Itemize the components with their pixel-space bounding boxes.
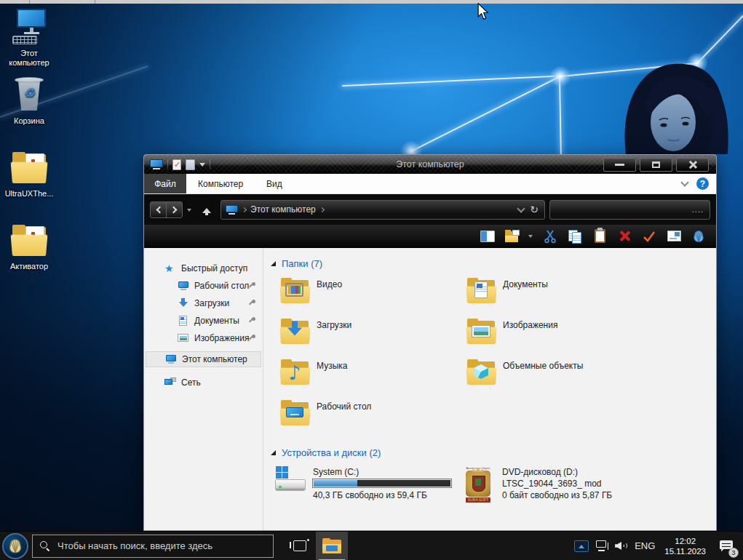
network-tray-icon[interactable] (595, 540, 608, 551)
folder-tile-music[interactable]: ♪ Музыка (279, 357, 466, 398)
new-item-chevron-icon[interactable] (528, 235, 533, 240)
sidebar-item-label: Рабочий стол (194, 281, 249, 291)
sidebar-item-downloads[interactable]: Загрузки (144, 295, 263, 312)
task-view-icon (293, 540, 306, 551)
delete-button[interactable] (616, 228, 633, 244)
menu-computer[interactable]: Компьютер (186, 174, 255, 193)
folder-tile-label: Изображения (503, 318, 557, 330)
ribbon-menu-bar: Файл Компьютер Вид ? (144, 174, 716, 194)
taskbar-explorer-button[interactable] (316, 532, 348, 560)
folder-tile-label: Объемные объекты (503, 359, 583, 371)
desktop-icon-recycle-bin[interactable]: ♻ Корзина (1, 75, 57, 126)
address-bar[interactable]: Этот компьютер ↻ (220, 200, 545, 220)
checkmark-icon (642, 230, 656, 243)
maximize-button[interactable] (640, 158, 672, 172)
recent-locations-chevron-icon[interactable] (187, 209, 191, 214)
close-button[interactable] (676, 158, 709, 172)
dvd-emblem-icon: Авторская сборка SURA SOFT (461, 466, 495, 505)
desktop-icon-label: Активатор (1, 262, 57, 271)
qat-customize-chevron-icon[interactable] (199, 163, 205, 169)
breadcrumb-chevron-icon[interactable] (242, 207, 247, 212)
show-hidden-icons-button[interactable] (574, 540, 589, 552)
breadcrumb-location[interactable]: Этот компьютер (250, 204, 316, 215)
volume-tray-icon[interactable] (615, 540, 628, 551)
breadcrumb-chevron-icon[interactable] (319, 207, 325, 212)
system-menu-computer-icon[interactable] (150, 159, 163, 169)
desktop-icon-label: UltraUXThe... (1, 189, 57, 199)
ribbon-expand-chevron-icon[interactable] (680, 178, 688, 186)
pin-icon[interactable] (248, 317, 255, 324)
copy-button[interactable] (566, 228, 584, 244)
search-input[interactable]: .... (549, 200, 710, 220)
sidebar-item-label: Изображения (194, 333, 249, 343)
download-arrow-icon (178, 298, 189, 308)
documents-folder-icon (466, 277, 496, 303)
sidebar-item-this-pc[interactable]: Этот компьютер (146, 351, 261, 367)
downloads-folder-icon (279, 318, 310, 344)
forward-button[interactable] (166, 201, 183, 218)
refresh-icon[interactable]: ↻ (528, 204, 540, 215)
folder-tile-label: Видео (317, 277, 342, 289)
new-folder-button[interactable] (504, 228, 521, 244)
pin-icon[interactable] (248, 300, 255, 307)
computer-icon (165, 354, 177, 364)
group-header-folders[interactable]: Папки (7) (271, 255, 716, 271)
qat-new-folder-icon[interactable] (186, 159, 195, 170)
paste-button[interactable] (591, 228, 608, 244)
minimize-button[interactable] (603, 158, 636, 172)
language-indicator[interactable]: ENG (635, 540, 655, 551)
qat-properties-icon[interactable] (172, 159, 181, 170)
rename-button[interactable] (665, 228, 683, 244)
folder-tile-documents[interactable]: Документы (466, 276, 652, 316)
menu-view[interactable]: Вид (255, 174, 294, 193)
sidebar-item-quick-access[interactable]: ★ Быстрый доступ (144, 260, 263, 277)
navigation-pane-button[interactable] (479, 228, 496, 244)
taskbar-search-input[interactable]: Чтобы начать поиск, введите здесь (32, 535, 274, 558)
drive-usage-fill (314, 480, 357, 487)
recycle-bin-icon: ♻ (15, 77, 44, 112)
pin-icon[interactable] (248, 335, 255, 342)
copy-icon (568, 230, 581, 243)
desktop-icon-this-pc[interactable]: Этот компьютер (1, 7, 57, 68)
top-autohide-toolbar[interactable] (0, 0, 743, 4)
help-button[interactable]: ? (696, 177, 709, 190)
folder-tile-downloads[interactable]: Загрузки (279, 316, 466, 357)
group-header-devices[interactable]: Устройства и диски (2) (271, 444, 716, 460)
wallpaper-woman-figure (604, 58, 742, 154)
select-button[interactable] (640, 228, 658, 244)
task-view-button[interactable] (284, 532, 316, 560)
address-dropdown-chevron-icon[interactable] (517, 204, 525, 212)
back-button[interactable] (150, 201, 167, 218)
emblem-bottom-text: SURA SOFT (466, 497, 490, 503)
desktop-icon-ultraux[interactable]: UltraUXThe... (1, 148, 57, 199)
desktop-icon-label: Корзина (1, 116, 57, 126)
search-icon (40, 541, 50, 551)
cut-button[interactable] (541, 228, 559, 244)
search-placeholder: Чтобы начать поиск, введите здесь (57, 540, 212, 551)
disc-label: LTSC_19044_3693_ mod (502, 478, 612, 489)
drive-usage-bar (313, 479, 451, 487)
desktop-icon-activator[interactable]: Активатор (1, 220, 57, 271)
folder-tile-video[interactable]: Видео (279, 276, 466, 316)
up-button[interactable] (200, 202, 213, 217)
menu-file[interactable]: Файл (144, 174, 186, 193)
taskbar-clock[interactable]: 12:02 15.11.2023 (661, 536, 709, 556)
pin-icon[interactable] (248, 282, 255, 289)
sidebar-item-desktop[interactable]: Рабочий стол (144, 277, 263, 295)
drive-tile-dvd-d[interactable]: Авторская сборка SURA SOFT DVD-дисковод … (461, 466, 680, 505)
folder-icon (11, 151, 47, 183)
folder-tile-3d-objects[interactable]: Объемные объекты (466, 357, 652, 398)
sidebar-item-documents[interactable]: Документы (144, 312, 263, 329)
folder-tile-pictures[interactable]: Изображения (466, 316, 652, 357)
shell-menu-button[interactable] (690, 228, 707, 244)
drive-tile-system-c[interactable]: System (C:) 40,3 ГБ свободно из 59,4 ГБ (275, 466, 461, 505)
title-bar[interactable]: Этот компьютер (144, 155, 716, 174)
3d-objects-folder-icon (466, 359, 496, 385)
sidebar-item-pictures[interactable]: Изображения (144, 329, 263, 347)
action-center-button[interactable]: 3 (715, 532, 737, 560)
folders-grid: Видео Документы Загрузки Изображения (279, 276, 716, 439)
start-button[interactable] (2, 533, 28, 559)
folder-tile-desktop[interactable]: Рабочий стол (279, 398, 466, 439)
drive-name: DVD-дисковод (D:) (502, 466, 612, 478)
sidebar-item-network[interactable]: Сеть (144, 374, 263, 391)
